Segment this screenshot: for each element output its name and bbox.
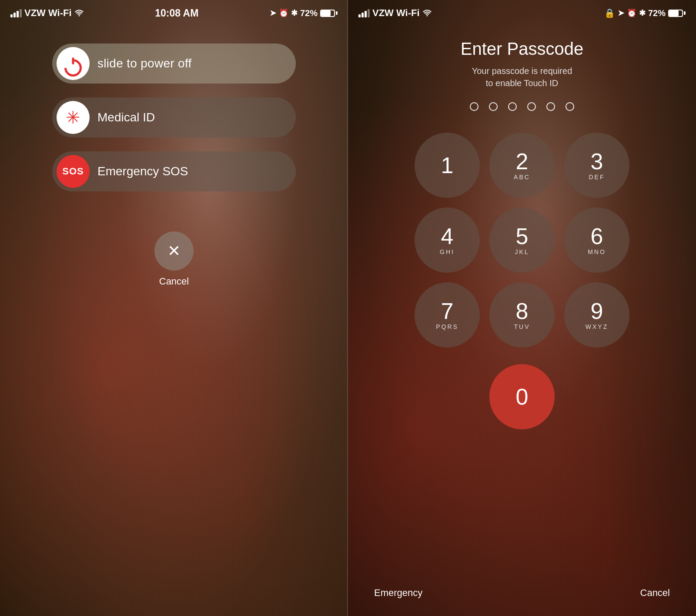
right-battery-percent-label: 72% xyxy=(648,8,666,18)
numpad-key-6[interactable]: 6MNO xyxy=(564,208,629,273)
numpad-key-9-main: 9 xyxy=(591,300,603,322)
numpad-key-7[interactable]: 7PQRS xyxy=(415,282,480,348)
numpad-key-0[interactable]: 0 xyxy=(489,364,555,429)
numpad-key-6-sub: MNO xyxy=(588,248,606,255)
emergency-sos-button[interactable]: SOS Emergency SOS xyxy=(52,151,296,191)
slide-to-power-off-button[interactable]: slide to power off xyxy=(52,44,296,84)
right-bluetooth-icon: ✱ xyxy=(639,8,646,18)
passcode-dot-2 xyxy=(489,102,498,111)
medical-id-icon-circle: ✳ xyxy=(57,101,90,134)
right-phone: VZW Wi-Fi 🔒 ➤ ⏰ ✱ 72% Enter Passcode You… xyxy=(348,0,696,616)
numpad-key-8-sub: TUV xyxy=(514,323,530,330)
emergency-footer-button[interactable]: Emergency xyxy=(374,587,422,599)
battery-percent-label: 72% xyxy=(300,8,318,18)
right-location-icon: ➤ xyxy=(618,8,624,18)
numpad-key-5[interactable]: 5JKL xyxy=(489,208,555,273)
numpad-key-9[interactable]: 9WXYZ xyxy=(564,282,629,348)
wifi-icon xyxy=(74,10,84,17)
numpad-key-5-sub: JKL xyxy=(515,248,529,255)
power-icon-circle xyxy=(57,47,90,80)
right-status-bar: VZW Wi-Fi 🔒 ➤ ⏰ ✱ 72% xyxy=(348,0,696,26)
numpad-key-1-main: 1 xyxy=(441,154,454,177)
numpad-key-6-main: 6 xyxy=(591,225,603,248)
numpad-key-3-sub: DEF xyxy=(589,174,605,181)
cancel-footer-button[interactable]: Cancel xyxy=(640,587,670,599)
asterisk-icon: ✳ xyxy=(66,107,80,127)
right-status-right: 🔒 ➤ ⏰ ✱ 72% xyxy=(604,8,686,18)
right-alarm-icon: ⏰ xyxy=(627,8,636,18)
passcode-subtitle: Your passcode is requiredto enable Touch… xyxy=(472,65,572,89)
emergency-sos-label: Emergency SOS xyxy=(97,164,188,178)
numpad-key-4-main: 4 xyxy=(441,225,454,248)
numpad-key-3[interactable]: 3DEF xyxy=(564,133,629,198)
passcode-dot-4 xyxy=(527,102,536,111)
left-main-content: slide to power off ✳ Medical ID SOS Emer… xyxy=(0,35,348,296)
sos-text-icon: SOS xyxy=(62,166,84,177)
cancel-area: ✕ Cancel xyxy=(154,231,194,287)
numpad-key-0-main: 0 xyxy=(516,385,529,408)
numpad-key-2-main: 2 xyxy=(516,150,529,173)
numpad-key-2[interactable]: 2ABC xyxy=(489,133,555,198)
passcode-content: Enter Passcode Your passcode is required… xyxy=(348,30,696,438)
signal-bars-icon xyxy=(10,9,22,17)
cancel-label: Cancel xyxy=(159,276,189,287)
right-lock-icon: 🔒 xyxy=(604,8,615,18)
sos-icon-circle: SOS xyxy=(57,155,90,188)
left-status-right: ➤ ⏰ ✱ 72% xyxy=(270,8,338,18)
left-time: 10:08 AM xyxy=(155,7,198,19)
numpad-key-4-sub: GHI xyxy=(440,248,455,255)
carrier-label: VZW Wi-Fi xyxy=(24,7,72,19)
numpad-key-7-sub: PQRS xyxy=(436,323,458,330)
numpad-key-3-main: 3 xyxy=(591,150,603,173)
passcode-footer: Emergency Cancel xyxy=(348,587,696,599)
numpad-key-1[interactable]: 1 xyxy=(415,133,480,198)
numpad-key-5-main: 5 xyxy=(516,225,529,248)
passcode-dot-1 xyxy=(470,102,478,111)
power-symbol-icon xyxy=(65,56,81,71)
right-wifi-icon xyxy=(422,10,432,17)
numpad-key-2-sub: ABC xyxy=(514,174,530,181)
left-status-left: VZW Wi-Fi xyxy=(10,7,84,19)
left-phone: VZW Wi-Fi 10:08 AM ➤ ⏰ ✱ 72% xyxy=(0,0,348,616)
left-status-bar: VZW Wi-Fi 10:08 AM ➤ ⏰ ✱ 72% xyxy=(0,0,348,26)
right-carrier-label: VZW Wi-Fi xyxy=(372,7,420,19)
right-signal-bars-icon xyxy=(358,9,370,17)
passcode-dot-5 xyxy=(546,102,555,111)
cancel-button[interactable]: ✕ xyxy=(154,231,194,271)
cancel-x-icon: ✕ xyxy=(167,243,181,259)
slide-to-power-off-label: slide to power off xyxy=(97,57,192,70)
numpad-key-7-main: 7 xyxy=(441,300,454,322)
numpad: 12ABC3DEF4GHI5JKL6MNO7PQRS8TUV9WXYZ xyxy=(415,133,629,348)
passcode-title: Enter Passcode xyxy=(461,39,583,59)
right-battery-icon xyxy=(668,10,686,17)
numpad-key-8-main: 8 xyxy=(516,300,529,322)
numpad-key-8[interactable]: 8TUV xyxy=(489,282,555,348)
alarm-icon: ⏰ xyxy=(279,8,288,18)
passcode-dot-6 xyxy=(566,102,574,111)
battery-icon xyxy=(320,10,338,17)
right-status-left: VZW Wi-Fi xyxy=(358,7,432,19)
numpad-key-4[interactable]: 4GHI xyxy=(415,208,480,273)
bluetooth-icon: ✱ xyxy=(291,8,298,18)
medical-id-label: Medical ID xyxy=(97,110,155,124)
medical-id-button[interactable]: ✳ Medical ID xyxy=(52,97,296,137)
passcode-dots xyxy=(470,102,574,111)
passcode-dot-3 xyxy=(508,102,517,111)
location-icon: ➤ xyxy=(270,8,276,18)
numpad-key-9-sub: WXYZ xyxy=(586,323,608,330)
